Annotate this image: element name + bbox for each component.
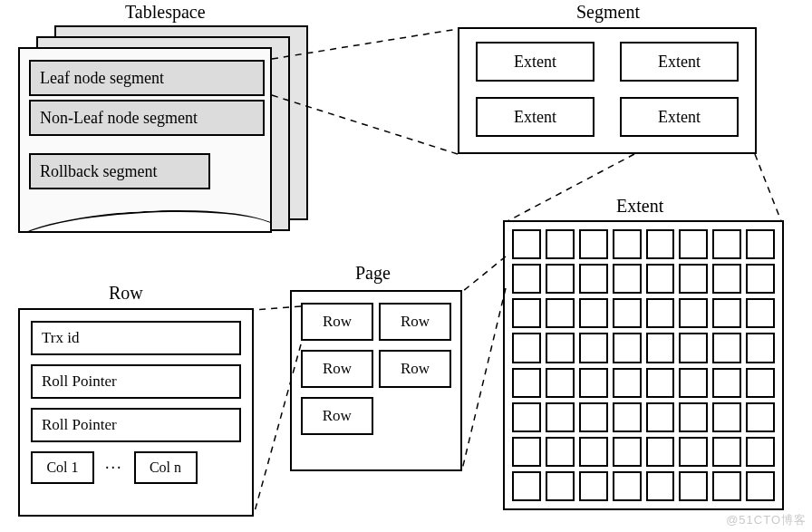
- extent-page-cell: [546, 368, 575, 398]
- row-col-ellipsis: ···: [105, 459, 123, 478]
- segment-rollback: Rollback segment: [29, 153, 210, 189]
- row-field-rollptr1: Roll Pointer: [31, 364, 241, 399]
- segment-leaf: Leaf node segment: [29, 60, 265, 96]
- svg-line-5: [462, 288, 506, 469]
- page-title: Page: [355, 263, 391, 284]
- extent-page-cell: [579, 333, 608, 363]
- extent-page-cell: [679, 264, 708, 294]
- page-row-cell: Row: [301, 350, 373, 388]
- extent-page-cell: [746, 298, 775, 328]
- extent-page-cell: [546, 229, 575, 259]
- extent-page-cell: [646, 264, 675, 294]
- segment-extent-4: Extent: [620, 97, 739, 137]
- extent-page-cell: [579, 229, 608, 259]
- row-title: Row: [109, 283, 143, 304]
- extent-page-cell: [579, 298, 608, 328]
- tablespace-title: Tablespace: [125, 2, 206, 23]
- extent-page-cell: [613, 333, 642, 363]
- extent-page-cell: [613, 368, 642, 398]
- extent-page-cell: [646, 471, 675, 501]
- extent-page-cell: [646, 437, 675, 467]
- row-field-trxid: Trx id: [31, 321, 241, 355]
- extent-page-cell: [679, 402, 708, 432]
- extent-page-cell: [679, 471, 708, 501]
- extent-page-cell: [679, 333, 708, 363]
- extent-page-cell: [712, 437, 741, 467]
- extent-page-cell: [579, 402, 608, 432]
- page-row-cell: Row: [301, 397, 373, 435]
- extent-title: Extent: [616, 196, 663, 217]
- segment-box: Extent Extent Extent Extent: [458, 27, 757, 154]
- segment-extent-2: Extent: [620, 42, 739, 82]
- extent-page-cell: [546, 298, 575, 328]
- watermark: @51CTO博客: [726, 512, 807, 528]
- extent-page-cell: [546, 437, 575, 467]
- extent-page-cell: [679, 229, 708, 259]
- extent-page-cell: [646, 402, 675, 432]
- extent-page-cell: [746, 264, 775, 294]
- extent-page-cell: [712, 298, 741, 328]
- extent-page-cell: [646, 368, 675, 398]
- extent-grid: [503, 220, 784, 510]
- row-col-first: Col 1: [31, 451, 94, 484]
- extent-page-cell: [512, 368, 541, 398]
- extent-page-cell: [512, 471, 541, 501]
- page-box: Row Row Row Row Row: [290, 290, 462, 471]
- segment-extent-1: Extent: [476, 42, 594, 82]
- extent-page-cell: [546, 402, 575, 432]
- extent-page-cell: [546, 264, 575, 294]
- extent-page-cell: [613, 229, 642, 259]
- extent-page-cell: [712, 402, 741, 432]
- row-col-last: Col n: [134, 451, 198, 484]
- extent-page-cell: [579, 368, 608, 398]
- segment-nonleaf: Non-Leaf node segment: [29, 100, 265, 136]
- extent-page-cell: [546, 333, 575, 363]
- extent-page-cell: [646, 333, 675, 363]
- extent-page-cell: [746, 402, 775, 432]
- row-columns: Col 1 ··· Col n: [31, 451, 241, 484]
- page-row-cell: Row: [301, 303, 373, 341]
- extent-page-cell: [512, 333, 541, 363]
- extent-page-cell: [712, 229, 741, 259]
- row-detail-box: Trx id Roll Pointer Roll Pointer Col 1 ·…: [18, 308, 254, 517]
- extent-page-cell: [512, 264, 541, 294]
- extent-page-cell: [512, 229, 541, 259]
- extent-page-cell: [512, 402, 541, 432]
- extent-page-cell: [512, 298, 541, 328]
- extent-page-cell: [613, 264, 642, 294]
- extent-page-cell: [579, 264, 608, 294]
- extent-page-cell: [613, 298, 642, 328]
- extent-page-cell: [746, 471, 775, 501]
- extent-page-cell: [546, 471, 575, 501]
- tablespace-layer-front: Leaf node segment Non-Leaf node segment …: [18, 47, 272, 233]
- extent-page-cell: [613, 471, 642, 501]
- segment-extent-3: Extent: [476, 97, 594, 137]
- extent-page-cell: [579, 471, 608, 501]
- extent-page-cell: [712, 333, 741, 363]
- tablespace-stack: Leaf node segment Non-Leaf node segment …: [18, 25, 308, 243]
- extent-page-cell: [746, 229, 775, 259]
- extent-page-cell: [613, 402, 642, 432]
- segment-title: Segment: [576, 2, 640, 23]
- extent-page-cell: [712, 264, 741, 294]
- extent-page-cell: [646, 298, 675, 328]
- extent-page-cell: [746, 333, 775, 363]
- extent-page-cell: [613, 437, 642, 467]
- page-row-cell: Row: [379, 303, 451, 341]
- extent-page-cell: [679, 437, 708, 467]
- extent-page-cell: [512, 437, 541, 467]
- extent-page-cell: [679, 298, 708, 328]
- extent-page-cell: [746, 437, 775, 467]
- extent-page-cell: [712, 368, 741, 398]
- extent-page-cell: [712, 471, 741, 501]
- extent-page-cell: [746, 368, 775, 398]
- page-row-cell: Row: [379, 350, 451, 388]
- svg-line-4: [462, 256, 506, 292]
- row-field-rollptr2: Roll Pointer: [31, 408, 241, 442]
- extent-page-cell: [579, 437, 608, 467]
- extent-page-cell: [646, 229, 675, 259]
- extent-page-cell: [679, 368, 708, 398]
- svg-line-3: [755, 154, 781, 221]
- svg-line-2: [508, 154, 634, 221]
